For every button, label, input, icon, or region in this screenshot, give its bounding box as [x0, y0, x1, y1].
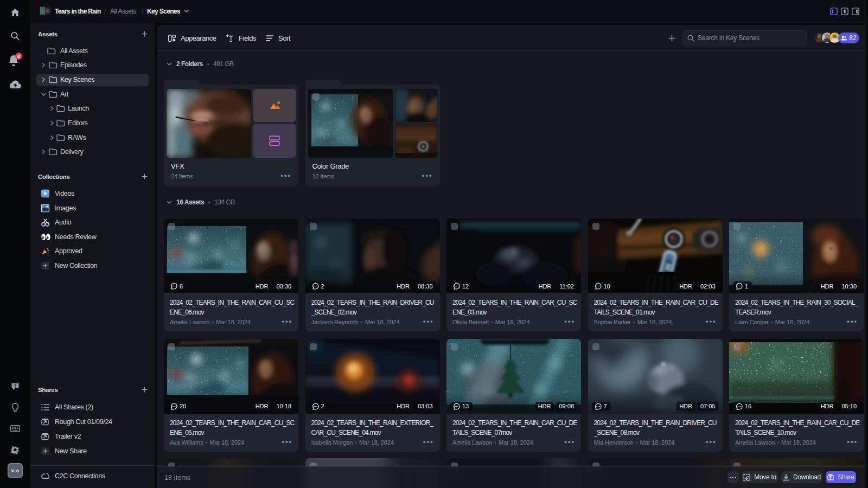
svg-text:?: ? — [14, 383, 16, 389]
svg-text:8: 8 — [17, 54, 20, 59]
